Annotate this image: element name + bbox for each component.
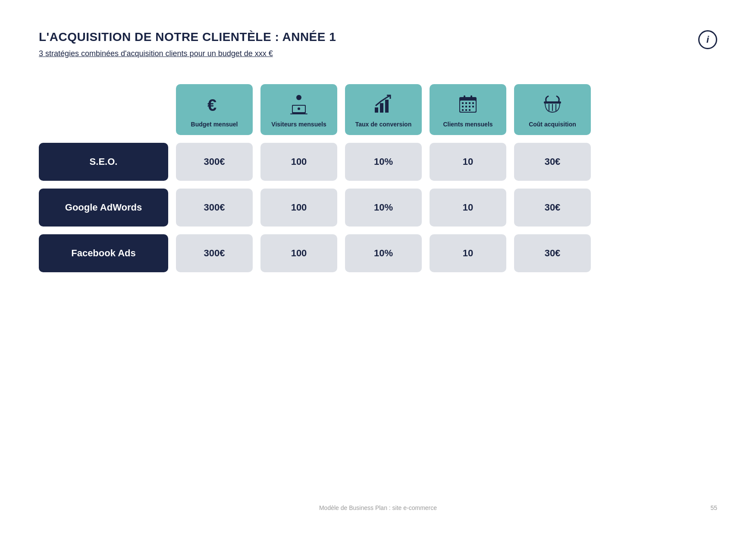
basket-icon (540, 92, 565, 116)
header-label-budget: Budget mensuel (191, 120, 238, 128)
header-label-visitors: Visiteurs mensuels (271, 120, 326, 128)
google-visitors: 100 (260, 189, 337, 227)
calendar-icon (456, 92, 480, 116)
table-header-row: € Budget mensuel (39, 84, 717, 135)
svg-rect-8 (385, 100, 389, 113)
table-row-facebook-ads: Facebook Ads 300€ 100 10% 10 30€ (39, 234, 717, 272)
svg-rect-27 (544, 101, 561, 104)
table-row-seo: S.E.O. 300€ 100 10% 10 30€ (39, 143, 717, 181)
svg-rect-5 (290, 113, 307, 114)
bar-chart-icon (371, 92, 395, 116)
page-title: L'ACQUISITION DE NOTRE CLIENTÈLE : ANNÉE… (39, 30, 717, 44)
svg-rect-7 (380, 103, 383, 113)
svg-point-1 (296, 95, 301, 100)
svg-rect-11 (462, 102, 464, 104)
svg-rect-17 (469, 106, 471, 107)
page-number: 55 (710, 504, 717, 511)
header-label-clients: Clients mensuels (443, 120, 492, 128)
google-budget: 300€ (176, 189, 253, 227)
facebook-conversion: 10% (345, 234, 422, 272)
google-clients: 10 (430, 189, 506, 227)
seo-budget: 300€ (176, 143, 253, 181)
svg-rect-20 (465, 109, 467, 111)
svg-rect-16 (465, 106, 467, 107)
facebook-cost: 30€ (514, 234, 591, 272)
info-icon: i (698, 30, 717, 49)
row-label-seo: S.E.O. (39, 143, 168, 181)
acquisition-table: € Budget mensuel (39, 84, 717, 280)
svg-rect-13 (469, 102, 471, 104)
header-cells: € Budget mensuel (176, 84, 591, 135)
header-cell-clients: Clients mensuels (430, 84, 506, 135)
svg-rect-15 (462, 106, 464, 107)
page: i L'ACQUISITION DE NOTRE CLIENTÈLE : ANN… (0, 0, 756, 535)
facebook-visitors: 100 (260, 234, 337, 272)
google-cost: 30€ (514, 189, 591, 227)
row-label-google-adwords: Google AdWords (39, 189, 168, 227)
header-label-conversion: Taux de conversion (355, 120, 411, 128)
header-cell-budget: € Budget mensuel (176, 84, 253, 135)
person-laptop-icon (287, 92, 311, 116)
footer-text: Modèle de Business Plan : site e-commerc… (319, 504, 437, 511)
svg-rect-23 (471, 95, 472, 100)
seo-conversion: 10% (345, 143, 422, 181)
svg-rect-22 (464, 95, 465, 100)
header-cell-cost: Coût acquisition (514, 84, 591, 135)
facebook-budget: 300€ (176, 234, 253, 272)
euro-icon: € (202, 92, 226, 116)
svg-rect-19 (462, 109, 464, 111)
svg-rect-14 (472, 102, 474, 104)
seo-cost: 30€ (514, 143, 591, 181)
svg-rect-21 (469, 109, 471, 111)
svg-rect-18 (472, 106, 474, 107)
page-subtitle: 3 stratégies combinées d'acquisition cli… (39, 49, 717, 58)
data-cells-facebook-ads: 300€ 100 10% 10 30€ (176, 234, 591, 272)
data-cells-seo: 300€ 100 10% 10 30€ (176, 143, 591, 181)
svg-point-4 (298, 107, 300, 110)
seo-visitors: 100 (260, 143, 337, 181)
header-cell-visitors: Visiteurs mensuels (260, 84, 337, 135)
svg-rect-6 (375, 107, 378, 113)
seo-clients: 10 (430, 143, 506, 181)
svg-rect-12 (465, 102, 467, 104)
facebook-clients: 10 (430, 234, 506, 272)
svg-text:€: € (207, 96, 216, 114)
row-label-facebook-ads: Facebook Ads (39, 234, 168, 272)
header-label-cost: Coût acquisition (529, 120, 576, 128)
header-cell-conversion: Taux de conversion (345, 84, 422, 135)
google-conversion: 10% (345, 189, 422, 227)
data-cells-google-adwords: 300€ 100 10% 10 30€ (176, 189, 591, 227)
table-row-google-adwords: Google AdWords 300€ 100 10% 10 30€ (39, 189, 717, 227)
